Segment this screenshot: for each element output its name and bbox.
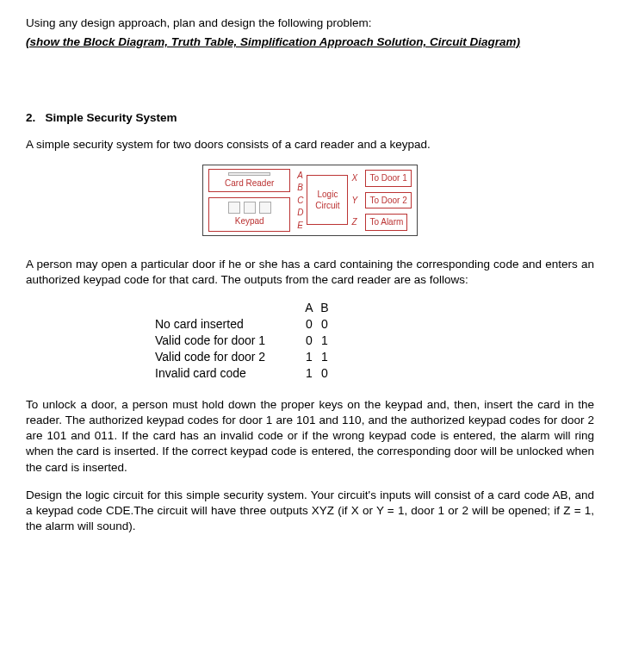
section-intro: A simple security system for two doors c… bbox=[26, 137, 594, 152]
key-icon bbox=[244, 202, 256, 214]
para-design: Design the logic circuit for this simple… bbox=[26, 488, 594, 535]
tt-label: Invalid card code bbox=[155, 365, 301, 382]
sig-y: Y bbox=[351, 195, 360, 207]
left-column: Card Reader Keypad bbox=[208, 169, 290, 232]
sig-c: C bbox=[297, 195, 303, 207]
out-door1: To Door 1 bbox=[365, 170, 411, 187]
key-icon bbox=[259, 202, 271, 214]
key-icon bbox=[228, 202, 240, 214]
truth-table: A B No card inserted 0 0 Valid code for … bbox=[155, 300, 594, 381]
table-row: Invalid card code 1 0 bbox=[155, 365, 594, 382]
tt-header: A B bbox=[155, 300, 594, 316]
para-after-diagram: A person may open a particular door if h… bbox=[26, 257, 594, 288]
table-row: Valid code for door 1 0 1 bbox=[155, 333, 594, 349]
para-unlock: To unlock a door, a person must hold dow… bbox=[26, 397, 594, 476]
sig-a: A bbox=[297, 170, 303, 182]
block-diagram: Card Reader Keypad A B C D E Logic Circu… bbox=[26, 165, 594, 236]
table-row: Valid code for door 2 1 1 bbox=[155, 349, 594, 365]
section-number: 2. bbox=[26, 111, 35, 124]
out-alarm: To Alarm bbox=[365, 214, 407, 231]
tt-label: No card inserted bbox=[155, 316, 301, 333]
keypad-keys-icon bbox=[228, 202, 271, 214]
keypad-label: Keypad bbox=[235, 215, 264, 227]
sig-e: E bbox=[297, 220, 303, 232]
input-signals: A B C D E bbox=[297, 170, 303, 232]
tt-label: Valid code for door 2 bbox=[155, 349, 301, 365]
outputs-column: X To Door 1 Y To Door 2 Z To Alarm bbox=[351, 170, 411, 231]
output-row: Z To Alarm bbox=[351, 214, 411, 231]
intro-line2: (show the Block Diagram, Truth Table, Si… bbox=[26, 34, 594, 50]
logic-circuit-box: Logic Circuit bbox=[307, 175, 348, 225]
tt-a: 0 bbox=[301, 333, 317, 349]
tt-col-a: A bbox=[301, 300, 317, 316]
card-slot-icon bbox=[228, 172, 270, 176]
tt-a: 1 bbox=[301, 349, 317, 365]
sig-x: X bbox=[351, 172, 360, 184]
output-row: X To Door 1 bbox=[351, 170, 411, 187]
tt-b: 0 bbox=[317, 316, 332, 333]
tt-col-b: B bbox=[317, 300, 332, 316]
table-row: No card inserted 0 0 bbox=[155, 316, 594, 333]
tt-a: 0 bbox=[301, 316, 317, 333]
section-title: Simple Security System bbox=[46, 111, 177, 124]
sig-b: B bbox=[297, 182, 303, 194]
card-reader-label: Card Reader bbox=[225, 178, 274, 188]
tt-label: Valid code for door 1 bbox=[155, 333, 301, 349]
tt-b: 0 bbox=[317, 365, 332, 382]
out-door2: To Door 2 bbox=[365, 192, 411, 209]
section-heading: 2. Simple Security System bbox=[26, 110, 594, 126]
output-row: Y To Door 2 bbox=[351, 192, 411, 209]
sig-d: D bbox=[297, 207, 303, 219]
tt-b: 1 bbox=[317, 349, 332, 365]
tt-a: 1 bbox=[301, 365, 317, 382]
logic-l1: Logic bbox=[317, 189, 338, 201]
intro-line1: Using any design approach, plan and desi… bbox=[26, 16, 594, 31]
sig-z: Z bbox=[351, 216, 360, 228]
card-reader-box: Card Reader bbox=[208, 169, 290, 193]
tt-blank bbox=[155, 300, 301, 316]
block-diagram-inner: Card Reader Keypad A B C D E Logic Circu… bbox=[202, 165, 418, 236]
keypad-box: Keypad bbox=[208, 197, 290, 232]
tt-b: 1 bbox=[317, 333, 332, 349]
logic-l2: Circuit bbox=[315, 200, 339, 212]
